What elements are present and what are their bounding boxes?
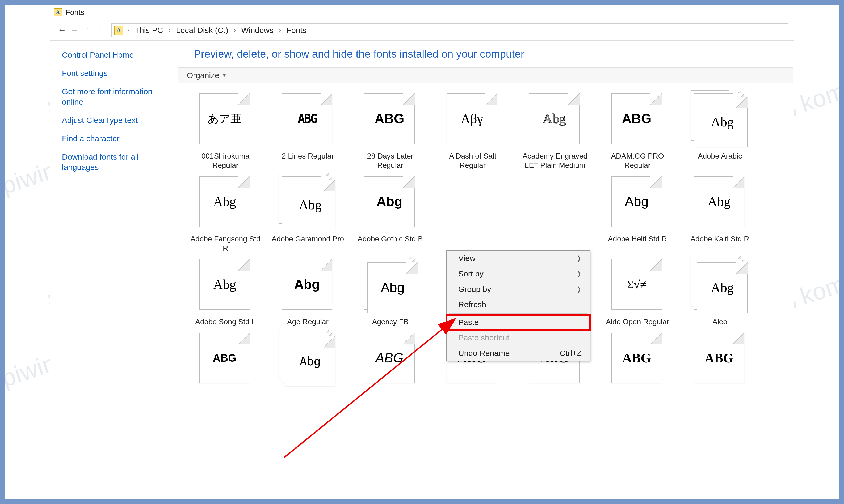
font-item[interactable]: ABGADAM.CG PRO Regular: [596, 89, 679, 172]
font-thumbnail[interactable]: ABG: [608, 329, 667, 388]
font-label: Adobe Kaiti Std R: [683, 234, 757, 244]
nav-up-button[interactable]: ↑: [94, 24, 107, 37]
font-thumbnail[interactable]: ABG: [691, 329, 749, 388]
font-thumbnail[interactable]: ABG: [608, 90, 667, 149]
font-item[interactable]: AbgAdobe Fangsong Std R: [184, 172, 266, 254]
font-item[interactable]: AbgAdobe Kaiti Std R: [679, 172, 761, 254]
font-label: 2 Lines Regular: [271, 151, 345, 161]
chevron-right-icon[interactable]: ›: [277, 26, 283, 34]
chevron-right-icon: ❭: [576, 286, 582, 293]
font-item[interactable]: AbgAdobe Garamond Pro: [266, 172, 349, 254]
font-label: Age Regular: [271, 317, 345, 326]
font-thumbnail[interactable]: Abg: [196, 256, 255, 314]
context-menu-item[interactable]: Undo RenameCtrl+Z: [447, 345, 590, 361]
font-thumbnail[interactable]: Abg: [361, 256, 419, 314]
font-label: Academy Engraved LET Plain Medium: [518, 151, 592, 170]
font-label: Agency FB: [353, 317, 428, 326]
font-item[interactable]: ABG: [349, 328, 431, 392]
font-thumbnail[interactable]: ABG: [196, 329, 255, 388]
fonts-folder-icon: A: [114, 26, 123, 35]
sidebar-link-download-fonts[interactable]: Download fonts for all languages: [62, 151, 166, 172]
font-thumbnail[interactable]: ABG: [361, 329, 419, 388]
font-label: Adobe Garamond Pro: [271, 234, 345, 244]
sidebar-link-cleartype[interactable]: Adjust ClearType text: [62, 115, 166, 125]
font-item[interactable]: AbgAdobe Heiti Std R: [596, 172, 679, 254]
font-label: Adobe Fangsong Std R: [188, 234, 263, 253]
breadcrumb-item[interactable]: Fonts: [283, 26, 310, 35]
font-thumbnail[interactable]: Abg: [279, 256, 337, 314]
font-item[interactable]: ABG: [679, 328, 761, 392]
font-item[interactable]: AbgAleo: [679, 254, 761, 328]
breadcrumb-item[interactable]: This PC: [131, 26, 167, 35]
chevron-right-icon[interactable]: ›: [167, 26, 172, 34]
breadcrumb-bar[interactable]: A › This PC › Local Disk (C:) › Windows …: [111, 23, 789, 37]
font-label: Adobe Song Std L: [188, 317, 263, 326]
nav-forward-button[interactable]: →: [68, 24, 81, 37]
font-thumbnail[interactable]: Abg: [279, 173, 337, 232]
context-menu-item[interactable]: Sort by❭: [447, 266, 590, 282]
font-thumbnail[interactable]: あア亜: [196, 90, 255, 149]
font-item[interactable]: ABG28 Days Later Regular: [349, 89, 431, 172]
chevron-right-icon: ❭: [576, 270, 582, 277]
chevron-right-icon: ❭: [576, 255, 582, 262]
context-menu-item[interactable]: Refresh: [447, 297, 590, 312]
font-thumbnail[interactable]: Abg: [691, 173, 749, 232]
context-menu-item[interactable]: View❭: [447, 251, 590, 266]
sidebar-link-find-character[interactable]: Find a character: [62, 133, 166, 144]
context-menu-item: Paste shortcut: [447, 330, 590, 345]
titlebar: A Fonts: [50, 5, 794, 20]
caret-down-icon: ▼: [222, 73, 227, 78]
font-label: Adobe Gothic Std B: [353, 234, 428, 244]
context-menu-item[interactable]: Paste: [447, 315, 590, 330]
chevron-right-icon[interactable]: ›: [232, 26, 238, 34]
context-menu-item[interactable]: Group by❭: [447, 282, 590, 297]
sidebar: Control Panel Home Font settings Get mor…: [50, 41, 178, 499]
font-item[interactable]: [514, 172, 596, 254]
font-thumbnail[interactable]: Abg: [691, 90, 749, 149]
font-item[interactable]: ABG: [184, 328, 266, 392]
page-title: Preview, delete, or show and hide the fo…: [178, 41, 794, 68]
font-label: 001Shirokuma Regular: [188, 151, 263, 170]
font-thumbnail[interactable]: Abg: [608, 173, 667, 232]
nav-back-button[interactable]: ←: [55, 24, 68, 37]
address-bar: ← → ˅ ↑ A › This PC › Local Disk (C:) › …: [50, 20, 794, 41]
font-item[interactable]: AbgAdobe Gothic Std B: [349, 172, 431, 254]
nav-recent-dropdown[interactable]: ˅: [81, 24, 94, 37]
font-label: 28 Days Later Regular: [353, 151, 428, 170]
font-item[interactable]: ΑβγA Dash of Salt Regular: [431, 89, 514, 172]
font-thumbnail[interactable]: Abg: [526, 90, 584, 149]
font-thumbnail[interactable]: Σ√≠: [608, 256, 667, 314]
sidebar-link-font-settings[interactable]: Font settings: [62, 68, 166, 78]
breadcrumb-item[interactable]: Windows: [237, 26, 277, 35]
font-thumbnail[interactable]: ABG: [279, 90, 337, 149]
font-item[interactable]: Abg: [266, 328, 349, 392]
chevron-right-icon[interactable]: ›: [125, 26, 131, 34]
font-item[interactable]: ABG2 Lines Regular: [266, 89, 349, 172]
font-thumbnail[interactable]: Αβγ: [443, 90, 502, 149]
font-label: A Dash of Salt Regular: [435, 151, 510, 170]
font-item[interactable]: [431, 172, 514, 254]
main-pane: Preview, delete, or show and hide the fo…: [178, 41, 794, 499]
font-item[interactable]: ABG: [596, 328, 679, 392]
font-item[interactable]: AbgAge Regular: [266, 254, 349, 328]
font-item[interactable]: AbgAgency FB: [349, 254, 431, 328]
organize-button[interactable]: Organize▼: [187, 71, 227, 80]
context-menu: View❭Sort by❭Group by❭RefreshPastePaste …: [446, 250, 590, 361]
font-label: Aleo: [683, 317, 757, 326]
font-label: Adobe Arabic: [683, 151, 757, 161]
font-thumbnail[interactable]: ABG: [361, 90, 419, 149]
font-thumbnail[interactable]: Abg: [691, 256, 749, 314]
font-thumbnail[interactable]: Abg: [279, 329, 337, 388]
font-item[interactable]: あア亜001Shirokuma Regular: [184, 89, 266, 172]
font-item[interactable]: AbgAcademy Engraved LET Plain Medium: [514, 89, 596, 172]
sidebar-link-more-info[interactable]: Get more font information online: [62, 86, 166, 107]
font-label: Aldo Open Regular: [600, 317, 675, 326]
font-item[interactable]: AbgAdobe Arabic: [679, 89, 761, 172]
font-item[interactable]: Σ√≠Aldo Open Regular: [596, 254, 679, 328]
font-item[interactable]: AbgAdobe Song Std L: [184, 254, 266, 328]
sidebar-link-control-panel-home[interactable]: Control Panel Home: [62, 50, 166, 60]
breadcrumb-item[interactable]: Local Disk (C:): [172, 26, 232, 35]
window-title: Fonts: [66, 8, 84, 17]
font-thumbnail[interactable]: Abg: [361, 173, 419, 232]
font-thumbnail[interactable]: Abg: [196, 173, 255, 232]
